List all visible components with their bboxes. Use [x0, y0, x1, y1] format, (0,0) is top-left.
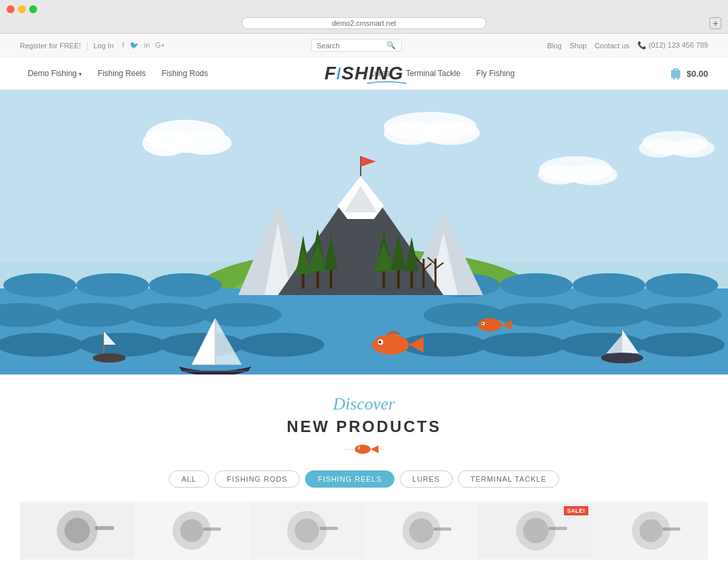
svg-point-24 — [149, 273, 222, 297]
svg-point-42 — [480, 333, 566, 357]
products-row: SALE! — [0, 501, 728, 560]
svg-point-26 — [500, 273, 572, 297]
new-products-title: NEW PRODUCTS — [0, 417, 728, 436]
contact-link[interactable]: Contact us — [594, 42, 629, 50]
phone-number: 📞 (012) 123 456 789 — [637, 41, 708, 50]
svg-point-84 — [601, 353, 643, 363]
divider: | — [86, 42, 88, 50]
browser-dots — [7, 5, 721, 13]
svg-point-89 — [478, 318, 502, 331]
svg-point-109 — [295, 519, 319, 543]
svg-point-31 — [129, 303, 208, 327]
svg-rect-102 — [95, 526, 114, 530]
close-dot[interactable] — [7, 5, 15, 13]
svg-point-93 — [355, 445, 371, 454]
svg-point-105 — [181, 519, 204, 543]
hero-section — [0, 90, 728, 374]
svg-point-38 — [79, 333, 165, 357]
browser-toolbar: demo2.cmsmart.net + — [7, 17, 721, 33]
nav-demo-fishing[interactable]: Demo Fishing — [20, 66, 90, 81]
address-bar[interactable]: demo2.cmsmart.net — [242, 17, 486, 29]
svg-rect-65 — [397, 267, 400, 288]
svg-point-77 — [93, 353, 126, 363]
svg-rect-60 — [330, 267, 332, 288]
nav-left: Demo Fishing Fishing Reels Fishing Rods — [20, 66, 216, 81]
svg-point-30 — [56, 303, 136, 327]
filter-lures[interactable]: LURES — [400, 470, 453, 488]
filter-tabs: ALL FISHING RODS FISHING REELS LURES TER… — [0, 470, 728, 488]
fish-divider — [0, 441, 728, 460]
minimize-dot[interactable] — [18, 5, 26, 13]
svg-point-10 — [420, 121, 480, 145]
social-icons: f 🐦 in G+ — [122, 41, 165, 50]
search-button[interactable]: 🔍 — [387, 41, 396, 50]
nav-fishing-rods[interactable]: Fishing Rods — [154, 66, 216, 81]
svg-point-13 — [567, 164, 617, 185]
filter-fishing-rods[interactable]: FISHING RODS — [214, 470, 300, 488]
product-card[interactable] — [250, 501, 364, 560]
login-link[interactable]: Log In — [93, 42, 114, 50]
blog-link[interactable]: Blog — [547, 42, 562, 50]
sale-badge: SALE! — [564, 506, 588, 515]
svg-point-7 — [179, 131, 232, 155]
svg-point-92 — [482, 323, 483, 324]
svg-rect-110 — [320, 527, 338, 530]
svg-point-35 — [569, 303, 649, 327]
svg-point-101 — [64, 518, 90, 544]
product-card[interactable] — [594, 501, 708, 560]
product-card[interactable] — [20, 501, 134, 560]
svg-point-27 — [572, 273, 645, 297]
svg-point-36 — [642, 303, 721, 327]
nav-terminal-tackle[interactable]: Terminal Tackle — [398, 66, 468, 81]
svg-point-88 — [379, 341, 381, 343]
svg-point-1 — [674, 78, 675, 79]
search-input[interactable] — [317, 42, 383, 50]
site-logo[interactable]: F/SHING — [324, 63, 403, 84]
filter-terminal-tackle[interactable]: TERMINAL TACKLE — [458, 470, 559, 488]
svg-point-96 — [358, 447, 359, 449]
svg-point-121 — [639, 519, 662, 543]
svg-point-28 — [645, 273, 718, 297]
register-link[interactable]: Register for FREE! — [20, 42, 81, 50]
googleplus-icon[interactable]: G+ — [155, 41, 165, 50]
search-form: 🔍 — [311, 39, 402, 52]
top-bar-right: Blog Shop Contact us 📞 (012) 123 456 789 — [547, 41, 708, 50]
nav-bar: Demo Fishing Fishing Reels Fishing Rods … — [0, 58, 728, 90]
facebook-icon[interactable]: f — [122, 41, 124, 50]
svg-point-44 — [639, 333, 725, 357]
cart-price: $0.00 — [686, 69, 708, 79]
product-card[interactable] — [134, 501, 249, 560]
product-card[interactable]: SALE! — [478, 501, 593, 560]
svg-point-113 — [409, 519, 433, 543]
svg-rect-122 — [662, 527, 680, 531]
product-card[interactable] — [364, 501, 478, 560]
top-bar-left: Register for FREE! | Log In f 🐦 in G+ — [20, 41, 165, 50]
svg-rect-118 — [549, 527, 567, 530]
twitter-icon[interactable]: 🐦 — [130, 41, 139, 50]
nav-fly-fishing[interactable]: Fly Fishing — [469, 66, 523, 81]
svg-point-40 — [238, 333, 324, 357]
svg-rect-114 — [433, 527, 451, 531]
cart-area[interactable]: $0.00 — [668, 66, 708, 81]
nav-fishing-reels[interactable]: Fishing Reels — [90, 66, 154, 81]
svg-rect-106 — [203, 527, 221, 531]
svg-rect-0 — [671, 70, 680, 78]
shop-link[interactable]: Shop — [570, 42, 587, 50]
logo-underline-svg — [367, 80, 407, 87]
svg-point-2 — [678, 78, 679, 79]
filter-all[interactable]: ALL — [169, 470, 209, 488]
maximize-dot[interactable] — [29, 5, 37, 13]
svg-point-23 — [76, 273, 149, 297]
discover-script: Discover — [0, 394, 728, 414]
new-tab-button[interactable]: + — [709, 17, 721, 29]
discover-section: Discover NEW PRODUCTS ALL FISHING RODS F… — [0, 374, 728, 569]
svg-point-37 — [0, 333, 83, 357]
svg-marker-94 — [371, 445, 379, 453]
site-wrapper: Register for FREE! | Log In f 🐦 in G+ 🔍 … — [0, 34, 728, 569]
svg-point-85 — [372, 335, 409, 355]
linkedin-icon[interactable]: in — [144, 41, 150, 50]
top-bar: Register for FREE! | Log In f 🐦 in G+ 🔍 … — [0, 34, 728, 58]
svg-point-22 — [3, 273, 76, 297]
browser-chrome: demo2.cmsmart.net + — [0, 0, 728, 34]
filter-fishing-reels[interactable]: FISHING REELS — [305, 470, 394, 488]
